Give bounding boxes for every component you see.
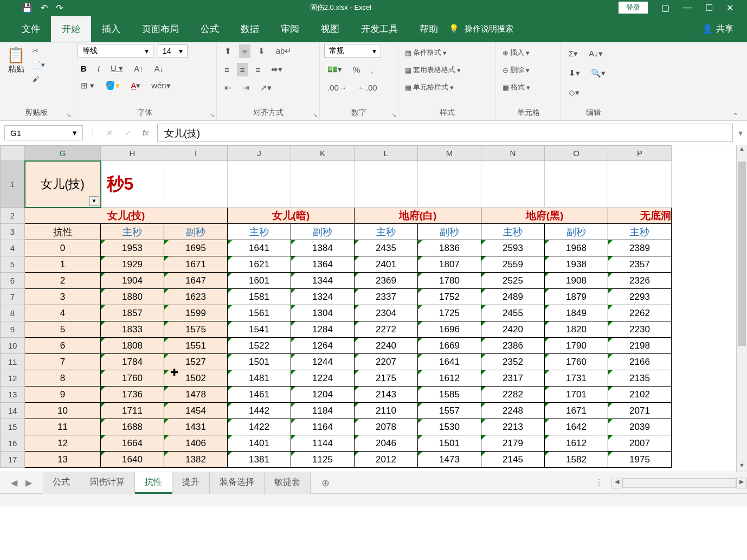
cell[interactable]: 1975: [608, 452, 672, 468]
login-button[interactable]: 登录: [619, 2, 648, 14]
cell[interactable]: 1938: [545, 256, 608, 273]
cell-h1[interactable]: 秒5: [101, 161, 164, 208]
align-bottom-button[interactable]: ⬇: [255, 44, 268, 58]
cell-merged-header[interactable]: 女儿(技): [25, 208, 228, 224]
cell[interactable]: 1557: [418, 403, 481, 419]
cell[interactable]: [608, 161, 672, 208]
cell[interactable]: 1164: [291, 419, 355, 435]
autosum-button[interactable]: Σ▾: [565, 47, 581, 61]
cell[interactable]: 1808: [101, 338, 164, 354]
cell[interactable]: 2078: [355, 419, 418, 435]
cell[interactable]: 1585: [418, 387, 481, 403]
cell[interactable]: 2213: [481, 419, 545, 435]
cut-button[interactable]: ✂: [30, 46, 47, 56]
cell[interactable]: 2175: [355, 370, 418, 387]
col-header-j[interactable]: J: [228, 146, 291, 161]
cell[interactable]: 2198: [608, 338, 672, 354]
tab-pagelayout[interactable]: 页面布局: [131, 16, 190, 42]
cell[interactable]: 2179: [481, 435, 545, 452]
cell[interactable]: 1125: [291, 452, 355, 468]
tab-formulas[interactable]: 公式: [190, 16, 230, 42]
cell[interactable]: 1711: [101, 403, 164, 419]
align-top-button[interactable]: ⬆: [221, 44, 235, 58]
sheet-tab-0[interactable]: 公式: [43, 472, 80, 494]
cell[interactable]: 1501: [228, 354, 291, 370]
cell[interactable]: 1599: [164, 305, 228, 321]
cell[interactable]: 2272: [355, 321, 418, 338]
cell[interactable]: [164, 161, 228, 208]
cell[interactable]: 1601: [228, 273, 291, 289]
tab-review[interactable]: 审阅: [270, 16, 310, 42]
scroll-up-icon[interactable]: ▲: [737, 145, 747, 155]
cell[interactable]: 1522: [228, 338, 291, 354]
wrap-text-button[interactable]: ab↵: [273, 44, 295, 58]
cell[interactable]: 1780: [418, 273, 481, 289]
format-cells-button[interactable]: ▦ 格式 ▾: [500, 81, 532, 93]
tab-split-icon[interactable]: ⋮: [587, 478, 611, 488]
cell[interactable]: 1736: [101, 387, 164, 403]
format-as-table-button[interactable]: ▦ 套用表格格式 ▾: [403, 64, 463, 76]
sheet-tab-1[interactable]: 固伤计算: [80, 472, 135, 494]
cell-g1[interactable]: 女儿(技)▼: [25, 161, 101, 208]
row-header-8[interactable]: 8: [1, 305, 25, 321]
cell[interactable]: 1284: [291, 321, 355, 338]
row-header-3[interactable]: 3: [1, 224, 25, 240]
cell[interactable]: 1406: [164, 435, 228, 452]
cell[interactable]: 1401: [228, 435, 291, 452]
cell[interactable]: 1671: [164, 256, 228, 273]
cell[interactable]: 1264: [291, 338, 355, 354]
cell[interactable]: 2240: [355, 338, 418, 354]
format-painter-button[interactable]: 🖌: [30, 74, 47, 84]
fill-button[interactable]: ⬇▾: [565, 66, 583, 80]
cell[interactable]: [481, 161, 545, 208]
tab-help[interactable]: 帮助: [409, 16, 449, 42]
cell[interactable]: 1688: [101, 419, 164, 435]
cell[interactable]: 2455: [481, 305, 545, 321]
sheet-tab-2[interactable]: 抗性: [135, 472, 172, 494]
paste-button[interactable]: 📋 粘贴: [4, 44, 28, 76]
cell[interactable]: 2262: [608, 305, 672, 321]
cell[interactable]: 2145: [481, 452, 545, 468]
cell[interactable]: 1324: [291, 289, 355, 305]
cell[interactable]: 副秒: [418, 224, 481, 240]
row-header-6[interactable]: 6: [1, 273, 25, 289]
cell[interactable]: 1790: [545, 338, 608, 354]
cell[interactable]: 1647: [164, 273, 228, 289]
cell[interactable]: 1784: [101, 354, 164, 370]
row-header-14[interactable]: 14: [1, 403, 25, 419]
cell[interactable]: 1481: [228, 370, 291, 387]
col-header-l[interactable]: L: [355, 146, 418, 161]
cell[interactable]: 1807: [418, 256, 481, 273]
cell[interactable]: [355, 161, 418, 208]
col-header-i[interactable]: I: [164, 146, 228, 161]
cell[interactable]: 1929: [101, 256, 164, 273]
cell[interactable]: 1696: [418, 321, 481, 338]
cell[interactable]: 3: [25, 289, 101, 305]
cell[interactable]: 1908: [545, 273, 608, 289]
cell[interactable]: 2525: [481, 273, 545, 289]
cell[interactable]: 2230: [608, 321, 672, 338]
increase-decimal-button[interactable]: .00→: [324, 81, 350, 94]
cell[interactable]: 1575: [164, 321, 228, 338]
cell[interactable]: 2207: [355, 354, 418, 370]
cell[interactable]: 2304: [355, 305, 418, 321]
tab-developer[interactable]: 开发工具: [350, 16, 409, 42]
align-right-button[interactable]: ≡: [253, 63, 264, 76]
row-header-4[interactable]: 4: [1, 240, 25, 256]
row-header-17[interactable]: 17: [1, 452, 25, 468]
cell[interactable]: 1695: [164, 240, 228, 256]
row-header-16[interactable]: 16: [1, 435, 25, 452]
row-header-7[interactable]: 7: [1, 289, 25, 305]
cell[interactable]: [228, 161, 291, 208]
cell[interactable]: 2326: [608, 273, 672, 289]
cell[interactable]: 2401: [355, 256, 418, 273]
cell[interactable]: 4: [25, 305, 101, 321]
conditional-format-button[interactable]: ▦ 条件格式 ▾: [403, 47, 449, 59]
bold-button[interactable]: B: [78, 62, 90, 75]
cancel-formula-icon[interactable]: ✕: [102, 128, 115, 137]
align-middle-button[interactable]: ≡: [239, 44, 250, 58]
cell[interactable]: 2293: [608, 289, 672, 305]
cell[interactable]: 2559: [481, 256, 545, 273]
cell[interactable]: 9: [25, 387, 101, 403]
fx-icon[interactable]: fx: [139, 128, 152, 137]
